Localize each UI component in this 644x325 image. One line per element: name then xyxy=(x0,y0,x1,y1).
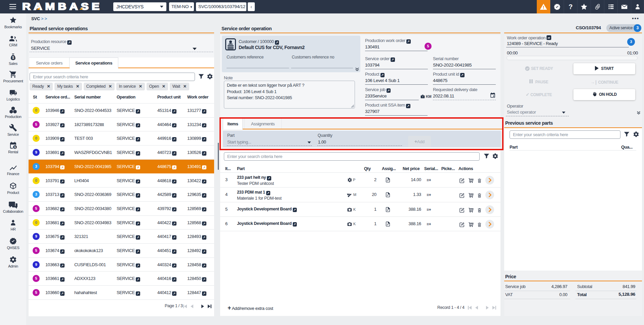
svg-text:×: × xyxy=(349,209,350,211)
svg-text:×: × xyxy=(349,223,350,225)
svg-text:$: $ xyxy=(12,56,14,59)
svg-text:$: $ xyxy=(14,146,16,149)
